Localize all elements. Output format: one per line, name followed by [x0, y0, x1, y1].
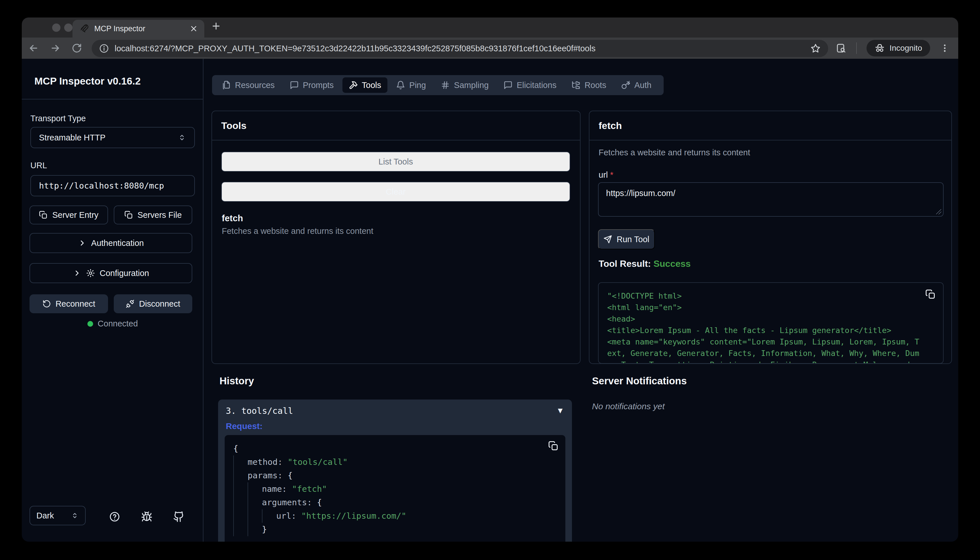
hash-icon [441, 80, 450, 90]
tab-prompts[interactable]: Prompts [283, 77, 340, 93]
run-tool-button[interactable]: Run Tool [598, 229, 655, 249]
request-json-block[interactable]: {method: "tools/call"params: {name: "fet… [225, 435, 566, 542]
indent-guide [248, 496, 262, 509]
server-entry-button[interactable]: Server Entry [30, 205, 108, 224]
site-info-icon[interactable] [99, 43, 109, 53]
json-punctuation: } [262, 523, 267, 536]
history-entry-label: 3. tools/call [226, 406, 293, 416]
required-marker: * [610, 170, 613, 179]
address-bar[interactable]: localhost:6274/?MCP_PROXY_AUTH_TOKEN=9e7… [92, 40, 828, 57]
json-code-line: arguments: { [233, 496, 542, 509]
clear-button[interactable]: Clear [221, 182, 570, 202]
tool-result-block[interactable]: "<!DOCTYPE html><html lang="en"><head><t… [598, 282, 943, 364]
copy-icon [124, 211, 133, 219]
key-icon [621, 80, 631, 90]
close-tab-icon[interactable] [190, 25, 198, 32]
indent-guide [248, 482, 262, 496]
authentication-button[interactable]: Authentication [30, 233, 192, 253]
hammer-icon [349, 80, 358, 90]
menu-dots-icon[interactable] [940, 43, 950, 53]
json-string: "tools/call" [283, 455, 348, 469]
window-minimize-button[interactable] [64, 23, 73, 32]
chevron-right-icon [78, 239, 87, 247]
transport-type-select[interactable]: Streamable HTTP [30, 127, 195, 148]
reconnect-button[interactable]: Reconnect [30, 294, 108, 313]
new-tab-icon[interactable] [211, 21, 221, 31]
reconnect-label: Reconnect [56, 299, 95, 309]
bell-icon [396, 80, 405, 90]
browser-tab[interactable]: MCP Inspector [73, 20, 204, 38]
result-code-line: "<!DOCTYPE html> [607, 290, 917, 302]
message-square-icon [504, 80, 512, 90]
tab-resources[interactable]: Resources [215, 77, 281, 93]
indent-guide [233, 496, 248, 509]
disconnect-label: Disconnect [139, 299, 180, 309]
tab-tools[interactable]: Tools [343, 77, 388, 93]
resize-grip[interactable] [936, 209, 941, 214]
history-title: History [220, 375, 254, 387]
url-text[interactable]: localhost:6274/?MCP_PROXY_AUTH_TOKEN=9e7… [115, 44, 805, 53]
json-string: "https://lipsum.com/" [296, 509, 406, 523]
server-url-value: http://localhost:8080/mcp [39, 181, 164, 191]
bookmark-star-icon[interactable] [810, 43, 821, 53]
json-key: name: [262, 482, 287, 496]
browser-window: MCP Inspector localhost:6274/?MC [22, 17, 958, 542]
mcp-inspector-page: MCP Inspector v0.16.2 Transport Type Str… [22, 59, 958, 542]
list-tools-label: List Tools [379, 157, 413, 167]
tab-roots[interactable]: Roots [565, 77, 612, 93]
json-code-line: method: "tools/call" [233, 455, 542, 469]
theme-select[interactable]: Dark [30, 506, 86, 525]
servers-file-button[interactable]: Servers File [114, 205, 192, 224]
history-entry-header[interactable]: 3. tools/call ▼ [226, 404, 564, 417]
indent-guide [233, 523, 248, 536]
connection-status: Connected [22, 319, 203, 328]
server-url-input[interactable]: http://localhost:8080/mcp [30, 175, 195, 196]
copy-icon[interactable] [925, 289, 935, 300]
restart-icon [42, 300, 51, 308]
gear-icon [86, 268, 95, 278]
connected-dot-icon [87, 321, 93, 327]
tab-ping[interactable]: Ping [390, 77, 432, 93]
indent-guide [248, 509, 262, 523]
list-tools-button[interactable]: List Tools [221, 152, 570, 172]
sidebar: MCP Inspector v0.16.2 Transport Type Str… [22, 59, 203, 542]
url-param-input[interactable]: https://lipsum.com/ [598, 182, 943, 217]
json-key: params: [248, 469, 283, 482]
message-square-icon [290, 80, 299, 90]
configuration-button[interactable]: Configuration [30, 263, 192, 283]
copy-icon[interactable] [548, 441, 559, 451]
tab-label: Sampling [454, 80, 489, 90]
tab-auth[interactable]: Auth [615, 77, 658, 93]
window-close-button[interactable] [52, 23, 60, 32]
unplug-icon [126, 300, 135, 308]
tool-result-label: Tool Result: Success [599, 258, 690, 269]
help-icon[interactable] [109, 511, 120, 522]
toolbar-separator [856, 42, 857, 54]
json-code-line: name: "fetch" [233, 482, 542, 496]
transport-type-label: Transport Type [30, 114, 86, 123]
json-key: url: [276, 509, 296, 523]
collapse-caret-icon[interactable]: ▼ [556, 406, 564, 415]
notifications-empty-message: No notifications yet [592, 402, 664, 411]
back-icon[interactable] [28, 43, 39, 53]
servers-file-label: Servers File [138, 210, 182, 220]
reload-icon[interactable] [72, 43, 82, 53]
theme-value: Dark [37, 511, 54, 520]
files-icon [222, 80, 231, 90]
result-code-line: my Text, Typesetting, Printing, de Finib… [607, 359, 917, 364]
chevrons-updown-icon [71, 512, 79, 520]
folder-tree-icon [571, 80, 581, 90]
forward-icon[interactable] [50, 43, 61, 53]
url-param-value: https://lipsum.com/ [606, 188, 676, 198]
tab-elicitations[interactable]: Elicitations [497, 77, 563, 93]
tab-sampling[interactable]: Sampling [434, 77, 495, 93]
bug-icon[interactable] [141, 511, 153, 522]
json-punctuation: { [312, 496, 322, 509]
browser-tabstrip: MCP Inspector [22, 17, 958, 38]
tab-search-icon[interactable] [835, 43, 847, 53]
tools-panel-title: Tools [212, 111, 580, 140]
tab-label: Auth [634, 80, 652, 90]
disconnect-button[interactable]: Disconnect [114, 294, 192, 313]
github-icon[interactable] [173, 511, 185, 522]
tool-result-code: "<!DOCTYPE html><html lang="en"><head><t… [607, 290, 917, 364]
